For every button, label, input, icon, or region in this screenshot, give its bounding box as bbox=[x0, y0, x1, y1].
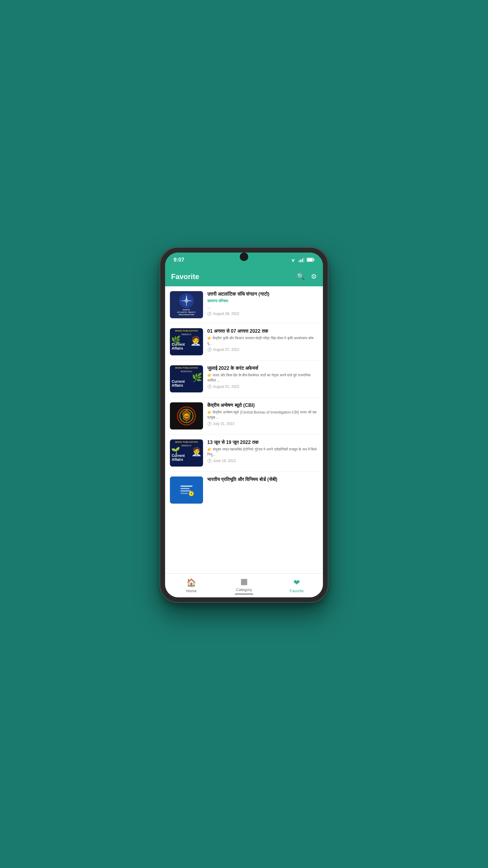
clock-icon: 🕐 bbox=[207, 459, 212, 463]
article-list: NORTHATLANTIC TREATYORGANIZATION उत्तरी … bbox=[165, 286, 323, 573]
article-item[interactable]: CBI केंद्रीय अन्वेषण ब्यूरो (CBI) 👉 केंद… bbox=[165, 398, 323, 435]
article-title: जुलाई 2022 के करंट अफेयर्स bbox=[207, 365, 318, 372]
sebi-icon: ₹ bbox=[177, 481, 195, 499]
article-info: उत्तरी अटलांटिक संधि संगठन (नाटो) सामान्… bbox=[207, 291, 318, 316]
nav-favorite-label: Favorite bbox=[290, 589, 304, 593]
article-thumbnail: MISHU PUBLICATION WEEKLY 🧑‍💼 🌱 CurrentAf… bbox=[170, 439, 203, 467]
article-excerpt: ... bbox=[207, 305, 318, 310]
svg-rect-6 bbox=[302, 258, 303, 262]
article-thumbnail: ₹ bbox=[170, 476, 203, 504]
article-date: 🕐 August 08, 2022 bbox=[207, 312, 318, 316]
article-date: 🕐 July 31, 2022 bbox=[207, 422, 318, 426]
signal-icon bbox=[299, 257, 304, 262]
phone-mockup: 9:07 bbox=[160, 247, 328, 603]
article-thumbnail: MISHU PUBLICATION WEEKLY 🧑‍💼 🌿 CurrentAf… bbox=[170, 328, 203, 355]
app-bar-title: Favorite bbox=[171, 273, 199, 281]
phone-screen: 9:07 bbox=[165, 253, 323, 597]
article-item[interactable]: MISHU PUBLICATION WEEKLY 🧑‍💼 🌱 CurrentAf… bbox=[165, 435, 323, 472]
svg-rect-10 bbox=[307, 258, 313, 261]
current-affairs-text: CurrentAffairs bbox=[172, 454, 185, 462]
article-item[interactable]: ₹ भारतीय प्रतिभूति और विनिमय बोर्ड (सेबी… bbox=[165, 472, 323, 508]
search-icon[interactable]: 🔍 bbox=[297, 273, 305, 281]
nav-underline bbox=[235, 594, 253, 594]
cbi-emblem-icon: CBI bbox=[176, 405, 197, 427]
publisher-label: MISHU PUBLICATION bbox=[170, 330, 203, 332]
nav-favorite[interactable]: ❤ Favorite bbox=[270, 578, 323, 593]
figure-icon2: 🌿 bbox=[192, 373, 202, 382]
thumb-inner: MISHU PUBLICATION WEEKLY 🧑‍💼 🌿 CurrentAf… bbox=[170, 328, 203, 355]
svg-rect-31 bbox=[181, 493, 188, 494]
article-thumbnail: MISHU PUBLICATION MONTHLY 🌿 CurrentAffai… bbox=[170, 365, 203, 393]
article-item[interactable]: MISHU PUBLICATION MONTHLY 🌿 CurrentAffai… bbox=[165, 361, 323, 398]
publisher-label: MISHU PUBLICATION bbox=[170, 441, 203, 443]
nav-category-label: Category bbox=[236, 587, 252, 592]
favorite-icon: ❤ bbox=[293, 578, 300, 587]
svg-point-3 bbox=[293, 261, 294, 262]
status-time: 9:07 bbox=[173, 257, 184, 263]
nato-logo-text: NORTHATLANTIC TREATYORGANIZATION bbox=[177, 309, 196, 316]
article-info: केंद्रीय अन्वेषण ब्यूरो (CBI) 👉 केंद्रीय… bbox=[207, 402, 318, 426]
bottom-nav: 🏠 Home ▦ Category ❤ Favorite bbox=[165, 573, 323, 597]
svg-rect-28 bbox=[181, 486, 193, 487]
home-icon: 🏠 bbox=[187, 578, 196, 587]
settings-icon[interactable]: ⚙ bbox=[311, 273, 317, 281]
app-bar-actions: 🔍 ⚙ bbox=[297, 273, 317, 281]
clock-icon: 🕐 bbox=[207, 384, 212, 389]
clock-icon: 🕐 bbox=[207, 347, 212, 352]
article-info: जुलाई 2022 के करंट अफेयर्स 👉 भारत और किस… bbox=[207, 365, 318, 389]
article-date: 🕐 August 07, 2022 bbox=[207, 347, 318, 352]
phone-frame: 9:07 bbox=[160, 247, 328, 603]
nav-home-label: Home bbox=[186, 589, 197, 593]
article-title: 01 अगस्त से 07 अगस्त 2022 तक bbox=[207, 328, 318, 335]
category-icon: ▦ bbox=[240, 577, 248, 586]
battery-icon bbox=[307, 258, 315, 262]
article-excerpt: 👉 केंद्रीय कृषि और किसान कल्याण मंत्री न… bbox=[207, 336, 318, 346]
publisher-label: MISHU PUBLICATION bbox=[170, 367, 203, 369]
article-date: 🕐 June 19, 2022 bbox=[207, 459, 318, 463]
svg-rect-4 bbox=[299, 260, 300, 262]
camera-notch bbox=[240, 253, 248, 261]
wifi-icon bbox=[290, 257, 296, 262]
article-item[interactable]: MISHU PUBLICATION WEEKLY 🧑‍💼 🌿 CurrentAf… bbox=[165, 323, 323, 361]
article-info: 13 जून से 19 जून 2022 तक 👉 संयुक्त राष्ट… bbox=[207, 439, 318, 463]
article-excerpt: 👉 भारत और किस देश के बीच वेंकचेनल वार्ता… bbox=[207, 373, 318, 383]
svg-rect-9 bbox=[314, 259, 315, 261]
clock-icon: 🕐 bbox=[207, 422, 212, 426]
article-title: केंद्रीय अन्वेषण ब्यूरो (CBI) bbox=[207, 402, 318, 409]
article-excerpt: 👉 केंद्रीय अन्वेषण ब्यूरो (Central Burea… bbox=[207, 410, 318, 420]
svg-text:CBI: CBI bbox=[185, 415, 188, 417]
thumb-inner: CBI bbox=[170, 402, 203, 430]
thumb-inner: MISHU PUBLICATION WEEKLY 🧑‍💼 🌱 CurrentAf… bbox=[170, 439, 203, 467]
article-title: उत्तरी अटलांटिक संधि संगठन (नाटो) bbox=[207, 291, 318, 298]
current-affairs-text: CurrentAffairs bbox=[172, 343, 185, 350]
svg-rect-7 bbox=[303, 257, 304, 262]
thumb-inner: MISHU PUBLICATION MONTHLY 🌿 CurrentAffai… bbox=[170, 365, 203, 393]
article-thumbnail: CBI bbox=[170, 402, 203, 430]
status-icons bbox=[290, 257, 315, 262]
svg-rect-30 bbox=[181, 490, 191, 492]
svg-rect-5 bbox=[300, 259, 301, 262]
person-icon: 🧑‍💼 bbox=[191, 447, 202, 457]
article-info: भारतीय प्रतिभूति और विनिमय बोर्ड (सेबी) bbox=[207, 476, 318, 483]
nato-compass-icon bbox=[179, 293, 194, 308]
nav-home[interactable]: 🏠 Home bbox=[165, 578, 218, 593]
svg-point-22 bbox=[186, 301, 187, 301]
article-title: भारतीय प्रतिभूति और विनिमय बोर्ड (सेबी) bbox=[207, 476, 318, 483]
article-subtitle: सामान्य परिचयः bbox=[207, 299, 318, 304]
article-thumbnail: NORTHATLANTIC TREATYORGANIZATION bbox=[170, 291, 203, 318]
nav-category[interactable]: ▦ Category bbox=[218, 577, 270, 594]
current-affairs-text: CurrentAffairs bbox=[172, 380, 185, 388]
article-title: 13 जून से 19 जून 2022 तक bbox=[207, 439, 318, 446]
clock-icon: 🕐 bbox=[207, 312, 212, 316]
svg-rect-29 bbox=[181, 488, 190, 489]
article-excerpt: 👉 संयुक्त राष्ट्र महासचिव एंटोनियो गुटेर… bbox=[207, 447, 318, 457]
app-bar: Favorite 🔍 ⚙ bbox=[165, 267, 323, 286]
article-info: 01 अगस्त से 07 अगस्त 2022 तक 👉 केंद्रीय … bbox=[207, 328, 318, 352]
article-item[interactable]: NORTHATLANTIC TREATYORGANIZATION उत्तरी … bbox=[165, 286, 323, 323]
figure-icon: 🧑‍💼 bbox=[190, 336, 201, 346]
article-date: 🕐 August 01, 2022 bbox=[207, 384, 318, 389]
